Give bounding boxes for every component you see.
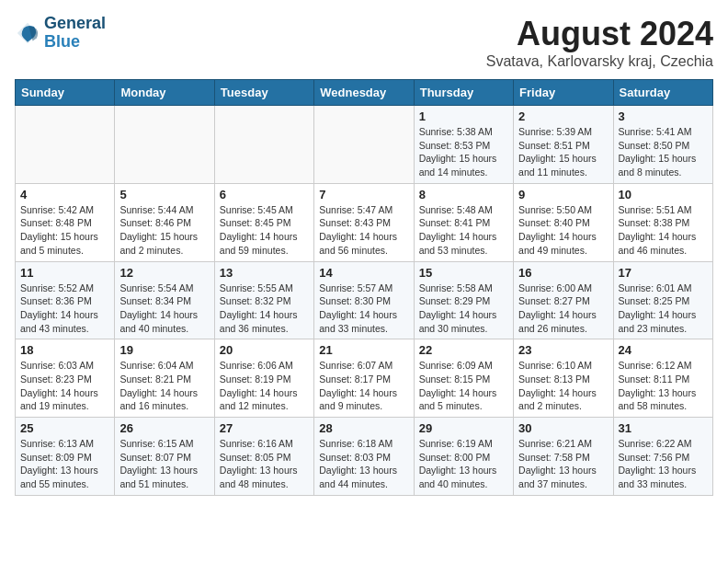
weekday-header-wednesday: Wednesday [314,80,414,106]
day-info: Sunrise: 6:18 AM Sunset: 8:03 PM Dayligh… [319,437,408,491]
day-number: 11 [20,266,109,280]
day-info: Sunrise: 6:21 AM Sunset: 7:58 PM Dayligh… [518,437,608,491]
calendar-cell: 5Sunrise: 5:44 AM Sunset: 8:46 PM Daylig… [115,183,214,261]
calendar-cell: 28Sunrise: 6:18 AM Sunset: 8:03 PM Dayli… [314,418,414,496]
calendar-cell: 23Sunrise: 6:10 AM Sunset: 8:13 PM Dayli… [514,339,613,418]
calendar-cell: 24Sunrise: 6:12 AM Sunset: 8:11 PM Dayli… [613,339,712,418]
day-info: Sunrise: 6:15 AM Sunset: 8:07 PM Dayligh… [119,437,209,491]
calendar-cell: 29Sunrise: 6:19 AM Sunset: 8:00 PM Dayli… [414,418,513,496]
day-number: 4 [20,188,109,201]
calendar-cell: 11Sunrise: 5:52 AM Sunset: 8:36 PM Dayli… [16,261,115,339]
day-number: 27 [220,421,309,435]
day-number: 13 [220,266,309,280]
day-info: Sunrise: 6:01 AM Sunset: 8:25 PM Dayligh… [619,282,708,336]
day-number: 9 [518,188,608,201]
day-info: Sunrise: 5:51 AM Sunset: 8:38 PM Dayligh… [619,203,708,258]
calendar-cell: 13Sunrise: 5:55 AM Sunset: 8:32 PM Dayli… [214,261,313,339]
week-row-2: 4Sunrise: 5:42 AM Sunset: 8:48 PM Daylig… [16,183,713,261]
calendar-cell: 12Sunrise: 5:54 AM Sunset: 8:34 PM Dayli… [115,261,214,339]
day-info: Sunrise: 5:48 AM Sunset: 8:41 PM Dayligh… [419,203,508,258]
week-row-3: 11Sunrise: 5:52 AM Sunset: 8:36 PM Dayli… [16,261,713,339]
calendar-cell [115,106,214,184]
day-info: Sunrise: 5:58 AM Sunset: 8:29 PM Dayligh… [419,282,508,336]
day-number: 18 [20,343,109,357]
day-number: 24 [619,343,708,357]
day-info: Sunrise: 5:50 AM Sunset: 8:40 PM Dayligh… [518,203,608,258]
day-number: 15 [419,266,508,280]
calendar-cell: 22Sunrise: 6:09 AM Sunset: 8:15 PM Dayli… [414,339,513,418]
calendar-cell: 27Sunrise: 6:16 AM Sunset: 8:05 PM Dayli… [214,418,313,496]
day-info: Sunrise: 5:41 AM Sunset: 8:50 PM Dayligh… [619,125,708,179]
day-info: Sunrise: 5:44 AM Sunset: 8:46 PM Dayligh… [119,203,209,258]
calendar-cell: 30Sunrise: 6:21 AM Sunset: 7:58 PM Dayli… [514,418,613,496]
calendar-cell: 6Sunrise: 5:45 AM Sunset: 8:45 PM Daylig… [214,183,313,261]
calendar-cell: 10Sunrise: 5:51 AM Sunset: 8:38 PM Dayli… [613,183,712,261]
day-info: Sunrise: 5:38 AM Sunset: 8:53 PM Dayligh… [419,125,508,179]
day-number: 23 [518,343,608,357]
weekday-header-monday: Monday [115,80,214,106]
day-info: Sunrise: 6:03 AM Sunset: 8:23 PM Dayligh… [20,359,109,413]
calendar-cell: 3Sunrise: 5:41 AM Sunset: 8:50 PM Daylig… [613,106,712,184]
week-row-1: 1Sunrise: 5:38 AM Sunset: 8:53 PM Daylig… [16,106,713,184]
day-number: 31 [619,421,708,435]
calendar-cell [16,106,115,184]
logo: General Blue [15,15,106,52]
page-header: General Blue August 2024 Svatava, Karlov… [15,15,713,70]
week-row-5: 25Sunrise: 6:13 AM Sunset: 8:09 PM Dayli… [16,418,713,496]
calendar-cell: 19Sunrise: 6:04 AM Sunset: 8:21 PM Dayli… [115,339,214,418]
weekday-header-row: SundayMondayTuesdayWednesdayThursdayFrid… [16,80,713,106]
day-number: 6 [220,188,309,201]
day-info: Sunrise: 6:04 AM Sunset: 8:21 PM Dayligh… [119,359,209,413]
day-info: Sunrise: 5:54 AM Sunset: 8:34 PM Dayligh… [119,282,209,336]
day-number: 8 [419,188,508,201]
day-number: 30 [518,421,608,435]
calendar-cell: 9Sunrise: 5:50 AM Sunset: 8:40 PM Daylig… [514,183,613,261]
calendar-cell: 17Sunrise: 6:01 AM Sunset: 8:25 PM Dayli… [613,261,712,339]
calendar-cell: 4Sunrise: 5:42 AM Sunset: 8:48 PM Daylig… [16,183,115,261]
day-number: 22 [419,343,508,357]
location: Svatava, Karlovarsky kraj, Czechia [486,53,713,70]
day-number: 19 [119,343,209,357]
day-number: 17 [619,266,708,280]
day-number: 10 [619,188,708,201]
day-number: 7 [319,188,408,201]
weekday-header-sunday: Sunday [16,80,115,106]
calendar-cell: 21Sunrise: 6:07 AM Sunset: 8:17 PM Dayli… [314,339,414,418]
day-info: Sunrise: 6:22 AM Sunset: 7:56 PM Dayligh… [619,437,708,491]
day-info: Sunrise: 5:39 AM Sunset: 8:51 PM Dayligh… [518,125,608,179]
day-info: Sunrise: 5:52 AM Sunset: 8:36 PM Dayligh… [20,282,109,336]
day-number: 2 [518,109,608,123]
day-number: 3 [619,109,708,123]
calendar-cell: 31Sunrise: 6:22 AM Sunset: 7:56 PM Dayli… [613,418,712,496]
weekday-header-tuesday: Tuesday [214,80,313,106]
calendar-table: SundayMondayTuesdayWednesdayThursdayFrid… [15,79,713,496]
day-number: 12 [119,266,209,280]
day-number: 29 [419,421,508,435]
day-info: Sunrise: 6:06 AM Sunset: 8:19 PM Dayligh… [220,359,309,413]
day-info: Sunrise: 5:55 AM Sunset: 8:32 PM Dayligh… [220,282,309,336]
day-number: 14 [319,266,408,280]
calendar-cell [314,106,414,184]
calendar-cell: 18Sunrise: 6:03 AM Sunset: 8:23 PM Dayli… [16,339,115,418]
calendar-cell: 16Sunrise: 6:00 AM Sunset: 8:27 PM Dayli… [514,261,613,339]
day-info: Sunrise: 6:07 AM Sunset: 8:17 PM Dayligh… [319,359,408,413]
calendar-cell: 2Sunrise: 5:39 AM Sunset: 8:51 PM Daylig… [514,106,613,184]
calendar-cell: 8Sunrise: 5:48 AM Sunset: 8:41 PM Daylig… [414,183,513,261]
logo-icon [15,20,40,46]
day-info: Sunrise: 6:19 AM Sunset: 8:00 PM Dayligh… [419,437,508,491]
weekday-header-thursday: Thursday [414,80,513,106]
day-number: 26 [119,421,209,435]
day-info: Sunrise: 6:16 AM Sunset: 8:05 PM Dayligh… [220,437,309,491]
day-number: 16 [518,266,608,280]
day-info: Sunrise: 5:47 AM Sunset: 8:43 PM Dayligh… [319,203,408,258]
day-info: Sunrise: 6:09 AM Sunset: 8:15 PM Dayligh… [419,359,508,413]
day-info: Sunrise: 6:00 AM Sunset: 8:27 PM Dayligh… [518,282,608,336]
calendar-cell: 26Sunrise: 6:15 AM Sunset: 8:07 PM Dayli… [115,418,214,496]
calendar-cell [214,106,313,184]
day-number: 1 [419,109,508,123]
weekday-header-saturday: Saturday [613,80,712,106]
calendar-cell: 1Sunrise: 5:38 AM Sunset: 8:53 PM Daylig… [414,106,513,184]
day-number: 28 [319,421,408,435]
week-row-4: 18Sunrise: 6:03 AM Sunset: 8:23 PM Dayli… [16,339,713,418]
day-info: Sunrise: 5:57 AM Sunset: 8:30 PM Dayligh… [319,282,408,336]
